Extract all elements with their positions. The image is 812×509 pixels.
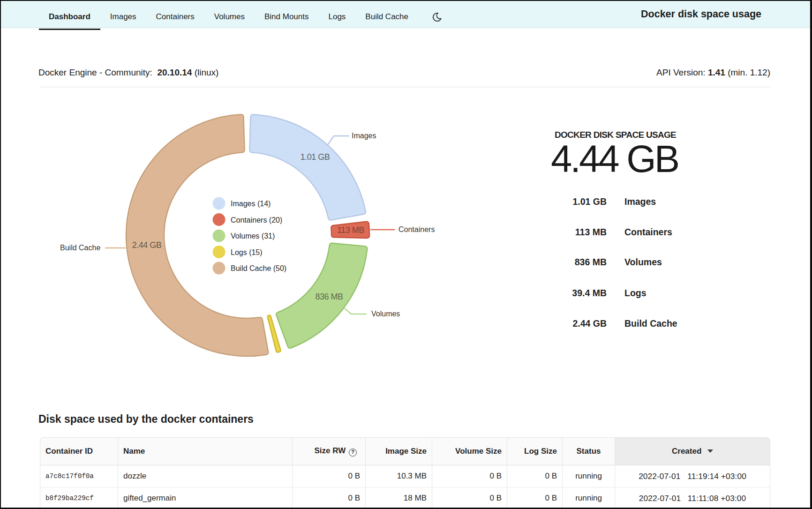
svg-text:Logs (15): Logs (15) <box>231 248 263 256</box>
svg-text:Containers (20): Containers (20) <box>231 216 282 224</box>
svg-text:113 MB: 113 MB <box>337 225 364 235</box>
svg-text:1.01 GB: 1.01 GB <box>301 152 330 162</box>
svg-text:Images: Images <box>352 132 376 140</box>
svg-text:Images (14): Images (14) <box>231 200 271 208</box>
svg-text:Build Cache: Build Cache <box>60 244 100 252</box>
svg-text:Containers: Containers <box>398 225 435 233</box>
svg-text:Build Cache (50): Build Cache (50) <box>231 264 286 272</box>
svg-text:Volumes (31): Volumes (31) <box>231 232 275 240</box>
svg-text:2.44 GB: 2.44 GB <box>132 240 162 250</box>
svg-text:Volumes: Volumes <box>371 310 400 318</box>
svg-text:836 MB: 836 MB <box>315 292 343 301</box>
